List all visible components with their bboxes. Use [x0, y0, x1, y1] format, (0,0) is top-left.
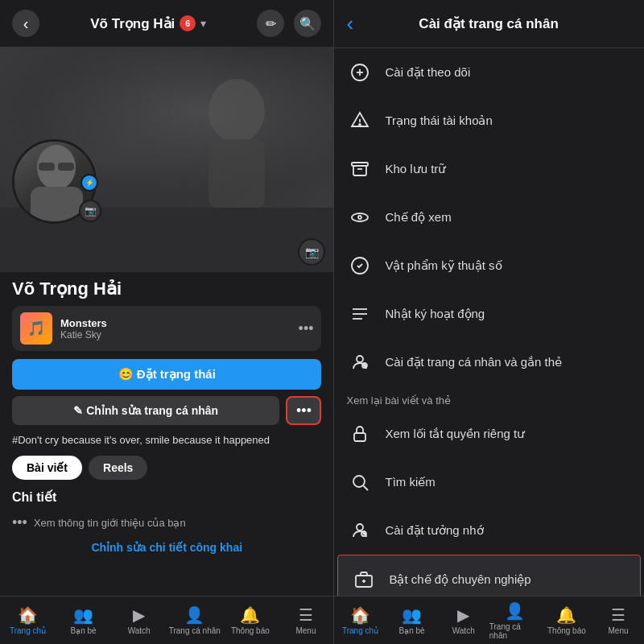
menu-item-profile-settings[interactable]: Cài đặt trang cá nhân và gắn thẻ — [334, 338, 644, 386]
more-dots-icon: ••• — [296, 402, 312, 419]
professional-mode-label: Bật chế độ chuyên nghiệp — [389, 572, 530, 587]
cover-camera-button[interactable]: 📷 — [298, 238, 325, 266]
edit-profile-button[interactable]: ✎ Chỉnh sửa trang cá nhân — [12, 396, 279, 425]
activity-log-icon — [346, 300, 374, 328]
back-button[interactable]: ‹ — [12, 10, 39, 37]
svg-point-19 — [357, 356, 363, 362]
set-status-button[interactable]: 😊 Đặt trạng thái — [12, 359, 321, 390]
menu-item-memorial-settings[interactable]: Cài đặt tưởng nhớ — [334, 506, 644, 555]
left-bottom-nav: 🏠 Trang chủ 👥 Bạn bè ▶ Watch 👤 Trang cá … — [0, 596, 333, 644]
svg-point-26 — [357, 524, 363, 530]
search-icon: 🔍 — [299, 16, 316, 31]
edit-row: ✎ Chỉnh sửa trang cá nhân ••• — [12, 396, 321, 425]
archive-label: Kho lưu trữ — [385, 162, 446, 176]
right-nav-label-notifications: Thông báo — [547, 626, 586, 635]
follow-settings-icon — [346, 59, 374, 86]
detail-text: Xem thông tin giới thiệu của bạn — [34, 517, 186, 529]
music-more-button[interactable]: ••• — [299, 320, 314, 337]
right-nav-label-home: Trang chủ — [342, 626, 378, 635]
svg-point-14 — [358, 216, 361, 219]
svg-rect-1 — [208, 139, 265, 208]
nav-label-menu: Menu — [295, 626, 316, 635]
menu-item-search[interactable]: Tìm kiếm — [334, 458, 644, 506]
detail-row: ••• Xem thông tin giới thiệu của bạn — [12, 511, 321, 535]
avatar-camera-button[interactable]: 📷 — [79, 200, 101, 222]
account-status-icon — [346, 107, 374, 134]
account-status-label: Trạng thái tài khoản — [385, 114, 492, 128]
friends-icon: 👥 — [73, 605, 93, 625]
nav-item-notifications[interactable]: 🔔 Thông báo — [222, 605, 278, 635]
music-row[interactable]: 🎵 Monsters Katie Sky ••• — [12, 306, 321, 351]
nav-label-watch: Watch — [128, 626, 151, 635]
right-nav-label-watch: Watch — [452, 626, 475, 635]
follow-settings-label: Cài đặt theo dõi — [385, 65, 470, 80]
details-section-title: Chi tiết — [12, 489, 321, 505]
cover-person-svg — [156, 47, 317, 208]
section-label: Xem lại bài viết và thẻ — [334, 386, 644, 410]
nav-item-profile[interactable]: 👤 Trang cá nhân — [167, 605, 222, 635]
search-icon-button[interactable]: 🔍 — [294, 10, 321, 37]
chevron-icon[interactable]: ▾ — [200, 17, 206, 30]
menu-item-activity-log[interactable]: Nhật ký hoạt động — [334, 290, 644, 338]
digital-items-label: Vật phẩm kỹ thuật số — [385, 258, 502, 273]
header-name-row: Võ Trọng Hải 6 ▾ — [90, 15, 206, 32]
right-nav-item-profile[interactable]: 👤 Trang cá nhân — [489, 601, 541, 640]
menu-item-view-mode[interactable]: Chế độ xem — [334, 193, 644, 242]
header-icons: ✏ 🔍 — [257, 10, 321, 37]
menu-icon: ☰ — [299, 605, 313, 625]
menu-item-digital-items[interactable]: Vật phẩm kỹ thuật số — [334, 242, 644, 290]
nav-item-watch[interactable]: ▶ Watch — [111, 605, 167, 635]
digital-items-icon — [346, 252, 374, 279]
nav-item-menu[interactable]: ☰ Menu — [278, 605, 333, 635]
bell-icon: 🔔 — [240, 605, 260, 625]
left-top-header: ‹ Võ Trọng Hải 6 ▾ ✏ 🔍 — [0, 0, 333, 47]
tab-reels[interactable]: Reels — [89, 456, 147, 480]
more-options-button[interactable]: ••• — [286, 396, 321, 425]
dots-icon: ••• — [12, 514, 27, 531]
right-menu-icon: ☰ — [611, 605, 625, 625]
music-title: Monsters — [60, 317, 299, 329]
svg-line-25 — [364, 486, 369, 491]
menu-item-privacy-shortcuts[interactable]: Xem lối tắt quyền riêng tư — [334, 410, 644, 458]
right-nav-item-menu[interactable]: ☰ Menu — [592, 605, 644, 635]
menu-item-archive[interactable]: Kho lưu trữ — [334, 145, 644, 193]
right-nav-item-friends[interactable]: 👥 Bạn bè — [386, 605, 438, 635]
watch-icon: ▶ — [133, 605, 145, 625]
menu-item-account-status[interactable]: Trạng thái tài khoản — [334, 97, 644, 145]
right-watch-icon: ▶ — [457, 605, 469, 625]
profile-icon: 👤 — [184, 605, 204, 625]
home-icon: 🏠 — [18, 605, 38, 625]
edit-icon: ✏ — [266, 16, 276, 31]
profile-tabs: Bài viết Reels — [12, 456, 321, 480]
right-nav-item-watch[interactable]: ▶ Watch — [438, 605, 489, 635]
right-back-button[interactable]: ‹ — [346, 11, 353, 36]
right-bell-icon: 🔔 — [556, 605, 576, 625]
right-nav-label-profile: Trang cá nhân — [489, 622, 541, 640]
cover-camera-icon: 📷 — [305, 246, 319, 258]
svg-rect-3 — [31, 187, 83, 221]
menu-item-follow-settings[interactable]: Cài đặt theo dõi — [334, 48, 644, 97]
profile-info: Võ Trọng Hải 🎵 Monsters Katie Sky ••• 😊 … — [0, 272, 333, 596]
menu-item-professional-mode[interactable]: Bật chế độ chuyên nghiệp — [337, 555, 641, 596]
right-profile-icon: 👤 — [505, 601, 525, 621]
nav-item-home[interactable]: 🏠 Trang chủ — [0, 605, 56, 635]
profile-name: Võ Trọng Hải — [12, 279, 321, 299]
settings-menu-list: Cài đặt theo dõi Trạng thái tài khoản — [334, 48, 644, 596]
search-menu-icon — [346, 469, 374, 496]
professional-mode-icon — [350, 566, 378, 593]
right-nav-item-notifications[interactable]: 🔔 Thông báo — [541, 605, 592, 635]
view-mode-label: Chế độ xem — [385, 210, 451, 225]
edit-icon-button[interactable]: ✏ — [257, 10, 284, 37]
nav-label-friends: Bạn bè — [71, 626, 97, 635]
tab-posts[interactable]: Bài viết — [12, 456, 82, 480]
right-nav-item-home[interactable]: 🏠 Trang chủ — [334, 605, 386, 635]
online-badge: ⚡ — [80, 174, 98, 192]
nav-label-profile: Trang cá nhân — [169, 626, 221, 635]
music-thumbnail: 🎵 — [20, 312, 52, 345]
svg-point-0 — [208, 79, 265, 143]
right-bottom-nav: 🏠 Trang chủ 👥 Bạn bè ▶ Watch 👤 Trang cá … — [334, 596, 644, 644]
music-artist: Katie Sky — [60, 329, 299, 341]
back-icon: ‹ — [23, 14, 29, 33]
edit-public-details-button[interactable]: Chỉnh sửa chi tiết công khai — [12, 535, 321, 560]
nav-item-friends[interactable]: 👥 Bạn bè — [56, 605, 111, 635]
